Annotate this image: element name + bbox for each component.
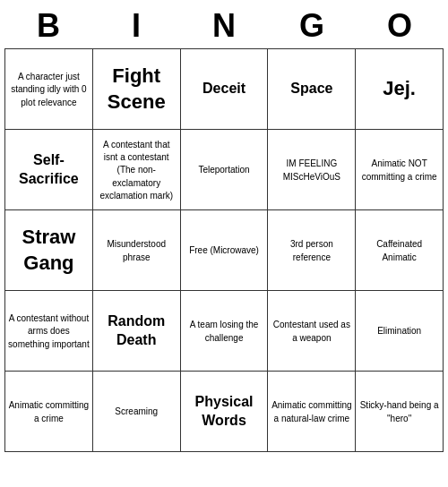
bingo-cell[interactable]: Sticky-hand being a "hero" bbox=[356, 372, 444, 452]
cell-text: Animatic committing a crime bbox=[9, 400, 89, 423]
bingo-cell[interactable]: Elimination bbox=[356, 291, 444, 372]
bingo-cell[interactable]: Straw Gang bbox=[5, 210, 93, 291]
table-row: A contestant without arms does something… bbox=[5, 291, 444, 372]
letter-n: N bbox=[185, 7, 263, 45]
cell-text: Jej. bbox=[383, 77, 416, 99]
bingo-cell[interactable]: Self-Sacrifice bbox=[5, 130, 93, 210]
cell-text: IM FEELING MIScHeViOuS bbox=[283, 158, 340, 181]
bingo-cell[interactable]: Misunderstood phrase bbox=[92, 210, 180, 291]
bingo-cell[interactable]: Deceit bbox=[180, 49, 268, 130]
bingo-cell[interactable]: Animatic committing a crime bbox=[5, 372, 93, 452]
bingo-cell[interactable]: Fight Scene bbox=[92, 49, 180, 130]
cell-text: Screaming bbox=[115, 406, 158, 416]
cell-text: A contestant that isnt a contestant (The… bbox=[99, 140, 173, 201]
cell-text: Fight Scene bbox=[108, 64, 166, 113]
cell-text: Straw Gang bbox=[22, 226, 75, 274]
cell-text: Animatic NOT committing a crime bbox=[362, 158, 437, 181]
cell-text: Animatic committing a natural-law crime bbox=[271, 400, 351, 423]
table-row: A character just standing idly with 0 pl… bbox=[5, 49, 444, 130]
bingo-cell[interactable]: Teleportation bbox=[180, 130, 268, 210]
letter-o: O bbox=[360, 7, 439, 45]
bingo-grid: A character just standing idly with 0 pl… bbox=[4, 48, 444, 452]
cell-text: Self-Sacrifice bbox=[19, 152, 79, 186]
bingo-cell[interactable]: Random Death bbox=[92, 291, 180, 372]
bingo-cell[interactable]: Physical Words bbox=[180, 372, 268, 452]
cell-text: Teleportation bbox=[198, 165, 249, 175]
cell-text: 3rd person reference bbox=[290, 239, 333, 261]
bingo-cell[interactable]: Free (Microwave) bbox=[180, 210, 268, 291]
bingo-cell[interactable]: A team losing the challenge bbox=[180, 291, 268, 372]
cell-text: Free (Microwave) bbox=[189, 245, 259, 255]
cell-text: Space bbox=[290, 81, 332, 96]
bingo-cell[interactable]: Contestant used as a weapon bbox=[268, 291, 356, 372]
bingo-cell[interactable]: Jej. bbox=[356, 49, 444, 130]
cell-text: A team losing the challenge bbox=[190, 320, 259, 342]
table-row: Self-SacrificeA contestant that isnt a c… bbox=[5, 130, 444, 210]
bingo-cell[interactable]: Animatic NOT committing a crime bbox=[356, 130, 444, 210]
bingo-cell[interactable]: A contestant without arms does something… bbox=[5, 291, 93, 372]
table-row: Straw GangMisunderstood phraseFree (Micr… bbox=[5, 210, 444, 291]
cell-text: A character just standing idly with 0 pl… bbox=[11, 72, 87, 107]
letter-b: B bbox=[9, 7, 88, 45]
cell-text: Physical Words bbox=[195, 394, 254, 428]
table-row: Animatic committing a crimeScreamingPhys… bbox=[5, 372, 444, 452]
letter-g: G bbox=[272, 7, 351, 45]
bingo-cell[interactable]: 3rd person reference bbox=[268, 210, 356, 291]
bingo-cell[interactable]: Caffeinated Animatic bbox=[356, 210, 444, 291]
cell-text: Deceit bbox=[202, 81, 246, 96]
bingo-cell[interactable]: Animatic committing a natural-law crime bbox=[268, 372, 356, 452]
cell-text: Sticky-hand being a "hero" bbox=[360, 400, 439, 423]
bingo-cell[interactable]: A contestant that isnt a contestant (The… bbox=[92, 130, 180, 210]
bingo-cell[interactable]: Screaming bbox=[92, 372, 180, 452]
bingo-title-row: B I N G O bbox=[4, 0, 444, 48]
cell-text: Misunderstood phrase bbox=[107, 239, 166, 261]
bingo-cell[interactable]: IM FEELING MIScHeViOuS bbox=[268, 130, 356, 210]
bingo-cell[interactable]: Space bbox=[268, 49, 356, 130]
cell-text: Contestant used as a weapon bbox=[273, 320, 350, 342]
cell-text: Random Death bbox=[108, 313, 165, 347]
bingo-cell[interactable]: A character just standing idly with 0 pl… bbox=[5, 49, 93, 130]
cell-text: A contestant without arms does something… bbox=[8, 313, 90, 349]
letter-i: I bbox=[97, 7, 176, 45]
cell-text: Caffeinated Animatic bbox=[376, 239, 422, 261]
cell-text: Elimination bbox=[377, 326, 421, 336]
